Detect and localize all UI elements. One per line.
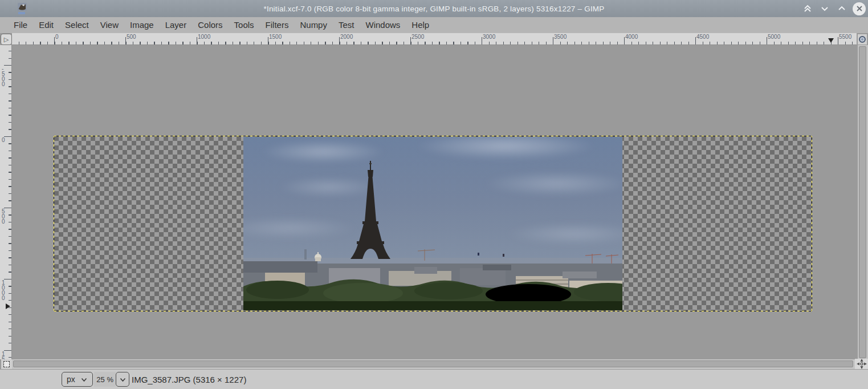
double-chevron-up-icon [803,4,812,13]
menu-item-colors[interactable]: Colors [192,18,228,32]
ruler-label: -500 [2,66,6,87]
triangle-icon: ▷ [4,36,9,43]
quick-mask-toggle-button[interactable] [1,359,12,369]
ruler-label: 1500 [269,34,282,40]
gimp-window: { "window": { "title": "*Initial.xcf-7.0… [0,0,868,389]
ruler-label: 2500 [411,34,424,40]
layer-boundary [54,311,812,311]
ruler-label: 1000 [2,280,6,301]
zoom-level-field[interactable]: 25 % [94,372,116,387]
layer-boundary [812,136,812,311]
ruler-label: 5000 [768,34,780,40]
ruler-label: 500 [2,209,6,224]
ruler-label: 1000 [198,34,210,40]
menu-item-windows[interactable]: Windows [360,18,406,32]
pointer-position-marker-icon [6,303,10,309]
french-flag [503,254,504,257]
menu-item-layer[interactable]: Layer [160,18,193,32]
ruler-label: 4000 [625,34,638,40]
layer-boundary [54,136,54,311]
pantheon-dome [315,252,321,261]
zoom-level-value: 25 % [96,375,113,384]
dashed-square-icon [3,361,10,367]
transparency-checkerboard [54,136,812,311]
menu-item-filters[interactable]: Filters [260,18,295,32]
minimize-button[interactable] [818,2,831,15]
window-controls [801,0,866,17]
menu-item-select[interactable]: Select [59,18,95,32]
menu-item-view[interactable]: View [95,18,124,32]
navigation-cross-icon [857,359,867,369]
maximize-button[interactable] [836,2,848,15]
chevron-down-icon [80,376,88,383]
zoom-follow-window-button[interactable] [857,34,867,45]
ruler-origin-button[interactable]: ▷ [1,34,12,45]
chevron-down-icon [820,4,829,13]
canvas-viewport[interactable] [12,45,858,359]
vertical-scrollbar[interactable] [858,45,868,359]
ruler-label: 2000 [340,34,353,40]
montparnasse-tower [304,249,307,260]
pointer-position-marker-icon [828,38,834,43]
eiffel-tower [351,161,390,259]
french-flag [478,253,479,256]
status-text: IMG_3587.JPG (5316 × 1227) [132,372,246,387]
menu-item-help[interactable]: Help [406,18,435,32]
menu-item-edit[interactable]: Edit [33,18,59,32]
menu-item-test[interactable]: Test [333,18,360,32]
titlebar[interactable]: *Initial.xcf-7.0 (RGB color 8-bit gamma … [0,0,868,17]
statusbar: px 25 % IMG_3587.JPG (5316 × 1227) [0,369,868,389]
ruler-label: 4500 [696,34,709,40]
menu-item-numpy[interactable]: Numpy [294,18,333,32]
horizontal-ruler[interactable]: 0 500 1000 1500 2000 2500 3000 3500 4000… [12,33,857,45]
chevron-down-icon [119,376,127,383]
layer-boundary [54,136,812,136]
menu-item-tools[interactable]: Tools [229,18,260,32]
menu-item-file[interactable]: File [8,18,33,32]
vertical-scrollbar-thumb[interactable] [859,46,866,358]
ruler-label: 500 [127,34,136,40]
ruler-label: 0 [2,137,6,143]
ruler-label: 5500 [839,34,851,40]
ruler-label: 1500 [2,351,6,359]
ruler-label: 3000 [483,34,495,40]
horizontal-scrollbar[interactable] [12,359,855,369]
vertical-ruler[interactable]: -500 0 500 1000 1500 [0,45,12,359]
horizontal-scrollbar-thumb[interactable] [13,360,853,367]
photo-image [243,137,622,310]
chevron-up-icon [837,4,846,13]
ruler-label: 0 [55,34,59,40]
menubar: File Edit Select View Image Layer Colors… [0,17,868,33]
shade-button[interactable] [801,2,814,15]
ruler-label: 3500 [554,34,567,40]
paris-skyline [243,137,622,310]
close-icon [856,5,863,12]
unit-select[interactable]: px [62,372,93,387]
circle-icon [859,36,866,43]
zoom-dropdown-button[interactable] [116,372,129,387]
window-title: *Initial.xcf-7.0 (RGB color 8-bit gamma … [0,5,868,13]
close-button[interactable] [853,2,866,15]
navigation-button[interactable] [855,359,868,369]
unit-select-value: px [67,375,75,384]
menu-item-image[interactable]: Image [124,18,160,32]
